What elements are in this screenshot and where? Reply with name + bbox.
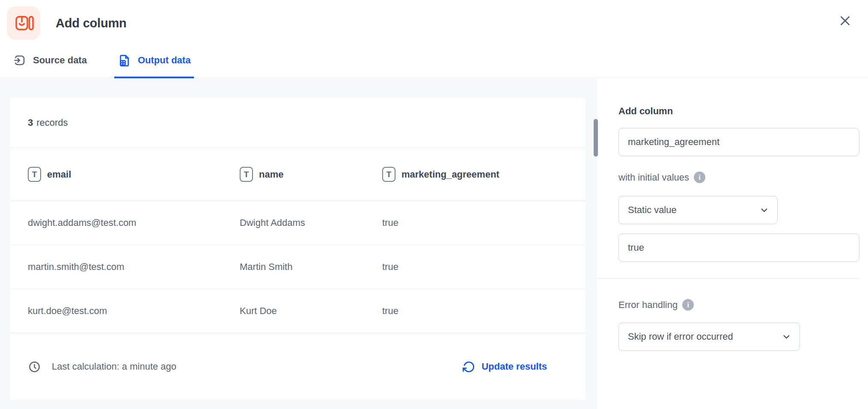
info-icon[interactable]: i bbox=[694, 172, 705, 183]
last-calculation: Last calculation: a minute ago bbox=[28, 360, 176, 373]
error-handling-selected: Skip row if error occurred bbox=[628, 331, 733, 342]
column-header-label: email bbox=[47, 169, 71, 180]
document-table-icon bbox=[118, 53, 131, 67]
chevron-down-icon bbox=[782, 332, 791, 342]
modal-content: 3 records T email T name T marketing_agr… bbox=[0, 78, 868, 409]
column-header-label: marketing_agreement bbox=[401, 169, 499, 180]
text-type-icon: T bbox=[240, 167, 253, 182]
table-row: dwight.addams@test.com Dwight Addams tru… bbox=[10, 201, 586, 245]
info-icon[interactable]: i bbox=[682, 299, 694, 311]
tab-bar: Source data Output data bbox=[9, 53, 194, 78]
tab-source-data[interactable]: Source data bbox=[9, 53, 90, 78]
update-results-label: Update results bbox=[482, 361, 547, 372]
error-handling-label-row: Error handling i bbox=[618, 299, 859, 311]
cell-email: dwight.addams@test.com bbox=[28, 217, 240, 228]
column-header-marketing-agreement: T marketing_agreement bbox=[382, 167, 586, 182]
text-type-icon: T bbox=[382, 167, 395, 182]
tab-output-data-label: Output data bbox=[138, 55, 190, 66]
last-calculation-text: Last calculation: a minute ago bbox=[52, 361, 176, 372]
value-type-select[interactable]: Static value bbox=[618, 196, 778, 224]
close-button[interactable] bbox=[835, 10, 855, 31]
update-results-button[interactable]: Update results bbox=[462, 360, 547, 373]
cell-marketing-agreement: true bbox=[382, 261, 586, 273]
panel-heading: Add column bbox=[618, 106, 859, 117]
column-header-label: name bbox=[259, 169, 283, 180]
refresh-icon bbox=[462, 360, 476, 373]
cell-email: martin.smith@test.com bbox=[28, 261, 240, 273]
cell-name: Kurt Doe bbox=[240, 305, 382, 317]
value-type-selected: Static value bbox=[628, 204, 677, 216]
column-name-input[interactable] bbox=[618, 128, 859, 156]
add-column-config-panel: Add column with initial values i Static … bbox=[597, 78, 868, 409]
import-icon bbox=[13, 53, 27, 67]
static-value-input[interactable] bbox=[618, 234, 859, 262]
panel-divider bbox=[597, 278, 859, 279]
modal-header: Add column Source data bbox=[0, 0, 868, 78]
table-footer: Last calculation: a minute ago Update re… bbox=[10, 333, 586, 400]
column-header-name: T name bbox=[240, 167, 382, 182]
records-summary: 3 records bbox=[10, 98, 586, 148]
error-handling-label: Error handling bbox=[618, 299, 678, 311]
initial-values-label: with initial values bbox=[618, 172, 689, 183]
tab-source-data-label: Source data bbox=[33, 55, 87, 66]
add-column-logo bbox=[7, 6, 40, 40]
close-icon bbox=[838, 14, 852, 27]
chevron-down-icon bbox=[759, 205, 769, 215]
cell-name: Dwight Addams bbox=[240, 217, 382, 228]
clock-icon bbox=[28, 360, 41, 373]
tab-output-data[interactable]: Output data bbox=[114, 53, 194, 78]
table-row: martin.smith@test.com Martin Smith true bbox=[10, 245, 586, 289]
records-label: records bbox=[36, 117, 68, 128]
output-preview-area: 3 records T email T name T marketing_agr… bbox=[0, 78, 597, 409]
records-count: 3 bbox=[28, 117, 33, 128]
modal-title: Add column bbox=[56, 16, 127, 30]
table-header-row: T email T name T marketing_agreement bbox=[10, 148, 586, 201]
cell-name: Martin Smith bbox=[240, 261, 382, 273]
cell-marketing-agreement: true bbox=[382, 217, 586, 228]
column-header-email: T email bbox=[28, 167, 240, 182]
cell-marketing-agreement: true bbox=[382, 305, 586, 317]
columns-smile-icon bbox=[13, 13, 34, 33]
add-column-modal: Add column Source data bbox=[0, 0, 868, 409]
cell-email: kurt.doe@test.com bbox=[28, 305, 240, 317]
output-data-table-card: 3 records T email T name T marketing_agr… bbox=[10, 98, 586, 400]
panel-scrollbar-handle[interactable] bbox=[594, 119, 598, 157]
error-handling-select[interactable]: Skip row if error occurred bbox=[618, 323, 800, 351]
initial-values-label-row: with initial values i bbox=[618, 172, 859, 183]
text-type-icon: T bbox=[28, 167, 41, 182]
table-row: kurt.doe@test.com Kurt Doe true bbox=[10, 289, 586, 333]
